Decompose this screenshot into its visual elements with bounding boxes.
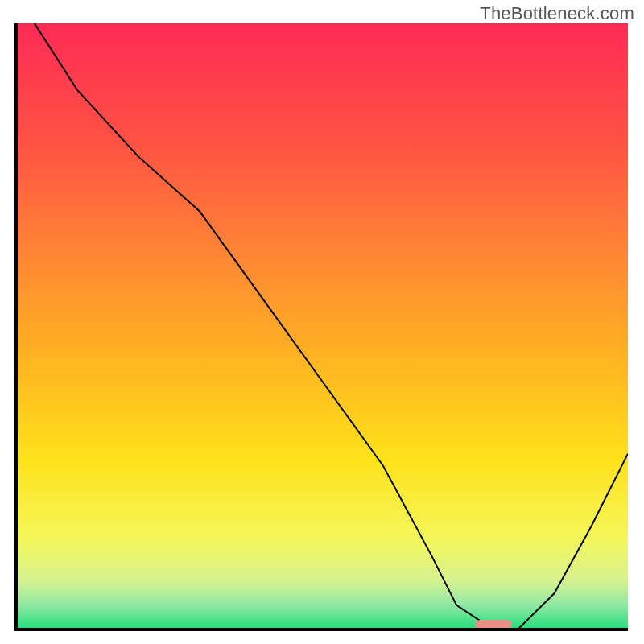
gradient-background (16, 23, 628, 630)
bottleneck-chart (0, 0, 644, 644)
watermark-text: TheBottleneck.com (480, 3, 634, 24)
